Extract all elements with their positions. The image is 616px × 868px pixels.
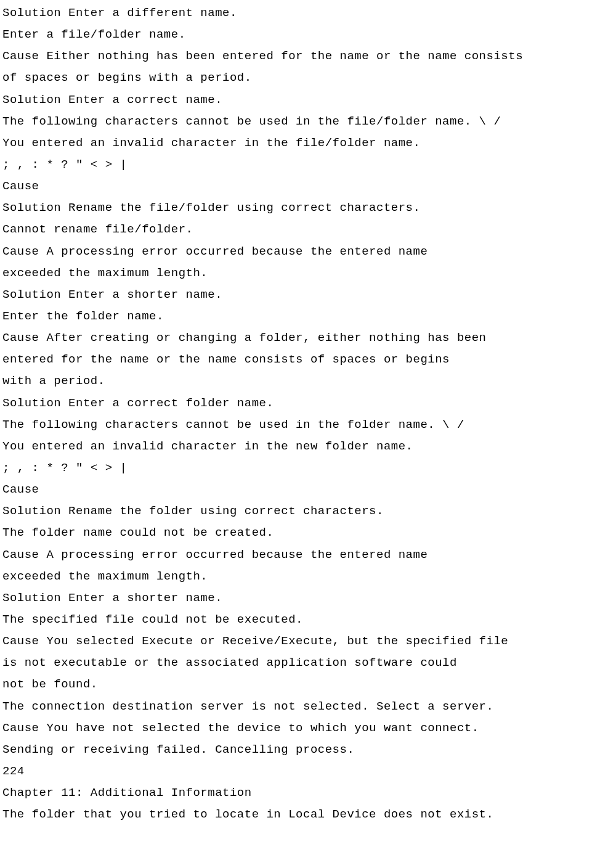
- text-line: The following characters cannot be used …: [2, 111, 616, 133]
- text-line: You entered an invalid character in the …: [2, 133, 616, 154]
- text-line: not be found.: [2, 674, 616, 695]
- text-line: Cause You have not selected the device t…: [2, 718, 616, 739]
- text-line: ; , : * ? " < > |: [2, 154, 616, 176]
- text-line: exceeded the maximum length.: [2, 566, 616, 588]
- text-line: Sending or receiving failed. Cancelling …: [2, 739, 616, 761]
- text-line: Enter the folder name.: [2, 306, 616, 327]
- text-line: The connection destination server is not…: [2, 696, 616, 718]
- text-line: Cause: [2, 479, 616, 501]
- text-line: Cause After creating or changing a folde…: [2, 327, 616, 349]
- text-line: with a period.: [2, 371, 616, 392]
- text-line: Cannot rename file/folder.: [2, 219, 616, 240]
- text-line: Cause A processing error occurred becaus…: [2, 241, 616, 263]
- text-line: Solution Enter a correct folder name.: [2, 393, 616, 414]
- text-line: ; , : * ? " < > |: [2, 457, 616, 479]
- text-line: is not executable or the associated appl…: [2, 652, 616, 674]
- document-body: Solution Enter a different name.Enter a …: [2, 2, 616, 825]
- text-line: The folder that you tried to locate in L…: [2, 804, 616, 825]
- text-line: Solution Rename the file/folder using co…: [2, 197, 616, 219]
- text-line: entered for the name or the name consist…: [2, 349, 616, 371]
- text-line: Solution Enter a different name.: [2, 2, 616, 24]
- text-line: Cause Either nothing has been entered fo…: [2, 46, 616, 67]
- text-line: of spaces or begins with a period.: [2, 67, 616, 89]
- text-line: Chapter 11: Additional Information: [2, 782, 616, 804]
- text-line: You entered an invalid character in the …: [2, 436, 616, 457]
- text-line: Cause You selected Execute or Receive/Ex…: [2, 631, 616, 652]
- text-line: The following characters cannot be used …: [2, 414, 616, 436]
- text-line: Solution Enter a correct name.: [2, 89, 616, 111]
- text-line: Enter a file/folder name.: [2, 24, 616, 46]
- text-line: Cause: [2, 176, 616, 197]
- text-line: The specified file could not be executed…: [2, 609, 616, 631]
- text-line: 224: [2, 761, 616, 782]
- text-line: Solution Rename the folder using correct…: [2, 501, 616, 522]
- text-line: Cause A processing error occurred becaus…: [2, 544, 616, 566]
- text-line: Solution Enter a shorter name.: [2, 588, 616, 609]
- text-line: Solution Enter a shorter name.: [2, 284, 616, 306]
- text-line: exceeded the maximum length.: [2, 263, 616, 284]
- text-line: The folder name could not be created.: [2, 522, 616, 544]
